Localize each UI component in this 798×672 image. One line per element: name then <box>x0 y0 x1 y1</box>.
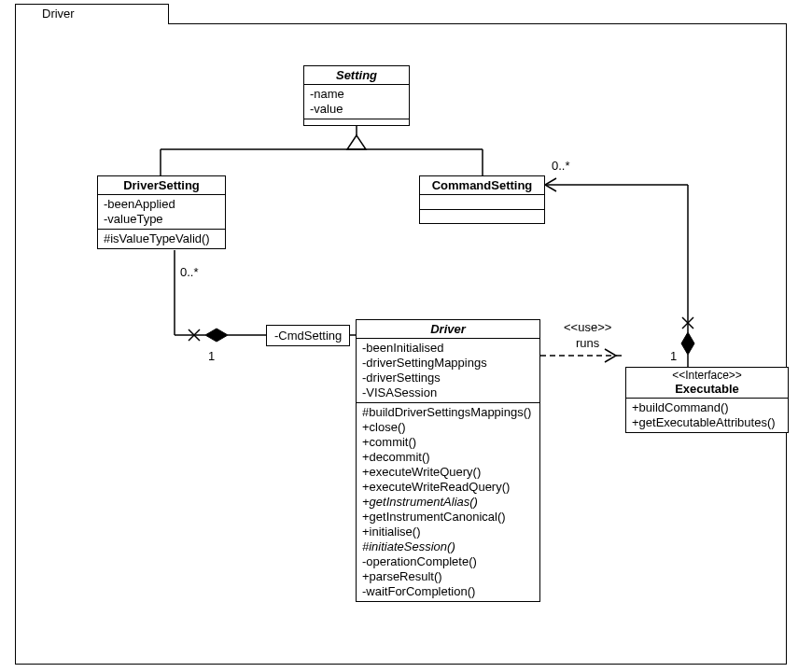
ops-driver: #buildDriverSettingsMappings()+close()+c… <box>357 403 539 601</box>
op: +getInstrumentCanonical() <box>362 510 534 525</box>
class-setting: Setting -name -value <box>303 65 410 126</box>
mult-driver-1: 1 <box>208 349 215 363</box>
op: #buildDriverSettingsMappings() <box>362 405 534 420</box>
class-title-setting: Setting <box>304 66 409 85</box>
attr: -driverSettings <box>362 371 534 385</box>
attr: -beenApplied <box>104 197 219 212</box>
class-driver: Driver -beenInitialised -driverSettingMa… <box>356 319 540 602</box>
op: +decommit() <box>362 450 534 465</box>
op: +getExecutableAttributes() <box>632 415 782 430</box>
stereotype-executable: <<Interface>> <box>626 368 788 382</box>
op: -operationComplete() <box>362 554 534 569</box>
class-title-command-setting: CommandSetting <box>420 176 544 195</box>
op: +initialise() <box>362 525 534 539</box>
op: #isValueTypeValid() <box>104 231 219 246</box>
op: +close() <box>362 420 534 435</box>
class-title-executable: Executable <box>626 382 788 398</box>
attr: -value <box>310 102 403 117</box>
ops-command-setting <box>420 210 544 223</box>
mult-command-setting: 0..* <box>552 159 570 173</box>
op: +executeWriteQuery() <box>362 465 534 480</box>
op: -waitForCompletion() <box>362 584 534 599</box>
attrs-command-setting <box>420 195 544 210</box>
ops-executable: +buildCommand() +getExecutableAttributes… <box>626 399 788 432</box>
attrs-driver-setting: -beenApplied -valueType <box>98 195 225 230</box>
op: +parseResult() <box>362 569 534 584</box>
class-command-setting: CommandSetting <box>419 175 545 224</box>
ops-setting <box>304 119 409 125</box>
op: +commit() <box>362 435 534 450</box>
attrs-setting: -name -value <box>304 85 409 119</box>
mult-driver-setting: 0..* <box>180 265 199 279</box>
package-tab: Driver <box>15 4 169 24</box>
attr: -driverSettingMappings <box>362 356 534 371</box>
attrs-driver: -beenInitialised -driverSettingMappings … <box>357 339 539 403</box>
attr: -name <box>310 87 403 102</box>
ops-driver-setting: #isValueTypeValid() <box>98 230 225 248</box>
attr: -valueType <box>104 212 219 227</box>
use-stereotype: <<use>> <box>564 320 611 334</box>
package-name: Driver <box>42 7 75 21</box>
role-cmd-setting: -CmdSetting <box>266 325 350 346</box>
use-label: runs <box>576 336 599 350</box>
class-executable: <<Interface>> Executable +buildCommand()… <box>625 367 789 433</box>
class-driver-setting: DriverSetting -beenApplied -valueType #i… <box>97 175 226 249</box>
op: +buildCommand() <box>632 400 782 415</box>
op: +executeWriteReadQuery() <box>362 480 534 495</box>
mult-executable-1: 1 <box>670 349 677 363</box>
class-title-driver-setting: DriverSetting <box>98 176 225 195</box>
attr: -beenInitialised <box>362 341 534 356</box>
class-title-driver: Driver <box>357 320 539 339</box>
attr: -VISASession <box>362 385 534 400</box>
op: #initiateSession() <box>362 539 534 554</box>
op: +getInstrumentAlias() <box>362 495 534 510</box>
